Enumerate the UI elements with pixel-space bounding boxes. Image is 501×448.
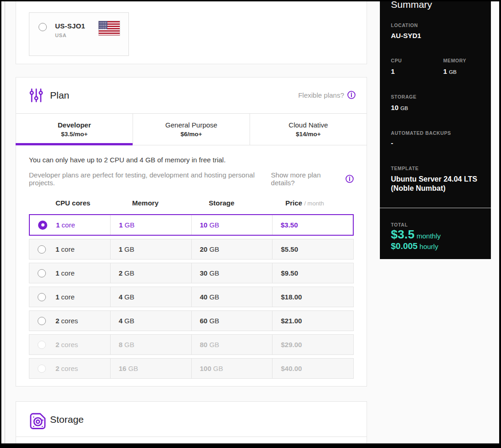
show-more-details-link[interactable]: Show more plan details?: [271, 171, 342, 187]
plan-header: Plan Flexible plans?: [16, 77, 367, 113]
summary-total-hourly: $0.005 hourly: [391, 241, 438, 251]
plan-row-disabled: 2cores 16GB 100GB $40.00: [29, 358, 354, 379]
header-memory: Memory: [124, 199, 200, 207]
summary-memory-value: 1 GB: [443, 67, 456, 75]
location-option-us-sjo1[interactable]: US-SJO1 USA: [29, 12, 129, 56]
header-cpu-cores: CPU cores: [29, 199, 124, 207]
summary-cpu-value: 1: [391, 67, 395, 75]
summary-total-label: TOTAL: [391, 222, 408, 227]
plan-card: Plan Flexible plans? Developer $3.5: [16, 77, 367, 387]
radio-button-disabled: [38, 341, 46, 349]
summary-title: Summary: [391, 1, 432, 10]
location-country: USA: [55, 33, 67, 38]
location-card: US-SJO1 USA: [16, 1, 367, 64]
tab-developer[interactable]: Developer $3.5/mo+: [16, 114, 133, 145]
summary-backups-value: -: [391, 139, 393, 147]
radio-button[interactable]: [38, 269, 46, 277]
window-frame: US-SJO1 USA Plan Flexible plans?: [0, 0, 501, 448]
radio-button-selected[interactable]: [38, 221, 47, 230]
header-price: Price / month: [277, 199, 354, 207]
flexible-plans-link[interactable]: Flexible plans?: [298, 91, 356, 99]
summary-location-value: AU-SYD1: [391, 32, 421, 39]
plan-row[interactable]: 2cores 4GB 60GB $21.00: [29, 310, 354, 331]
radio-button[interactable]: [38, 245, 46, 254]
summary-divider: [380, 208, 491, 208]
hard-drive-icon: [29, 412, 47, 431]
plan-description: Developer plans are perfect for testing,…: [29, 171, 354, 187]
radio-button-disabled: [38, 365, 46, 373]
plan-row[interactable]: 1core 1GB 10GB $3.50: [29, 214, 354, 236]
summary-storage-label: STORAGE: [391, 94, 417, 100]
info-icon[interactable]: [345, 175, 354, 183]
plan-title: Plan: [50, 90, 69, 101]
tab-general-purpose[interactable]: General Purpose $6/mo+: [133, 114, 250, 145]
summary-cpu-label: CPU: [391, 58, 402, 63]
trial-notice: You can only have up to 2 CPU and 4 GB o…: [29, 156, 354, 164]
summary-memory-label: MEMORY: [443, 58, 466, 63]
storage-title: Storage: [50, 414, 84, 425]
us-flag-icon: [98, 21, 120, 36]
radio-button[interactable]: [38, 293, 46, 301]
storage-card: Storage: [16, 401, 367, 444]
plan-table-header: CPU cores Memory Storage Price / month: [29, 199, 354, 207]
location-name: US-SJO1: [55, 22, 85, 30]
summary-location-label: LOCATION: [391, 22, 418, 28]
storage-header: Storage: [16, 402, 367, 437]
summary-backups-label: AUTOMATED BACKUPS: [391, 130, 451, 136]
summary-panel: Summary LOCATION AU-SYD1 CPU 1 MEMORY 1 …: [380, 1, 491, 259]
summary-template-value: Ubuntu Server 24.04 LTS (Noble Numbat): [391, 175, 481, 193]
tab-cloud-native[interactable]: Cloud Native $14/mo+: [250, 114, 367, 145]
main-content: US-SJO1 USA Plan Flexible plans?: [16, 1, 367, 444]
radio-button[interactable]: [38, 317, 46, 325]
location-radio-button[interactable]: [39, 23, 47, 31]
left-gutter: [1, 1, 5, 443]
storage-divider: [16, 437, 367, 437]
plan-tabs: Developer $3.5/mo+ General Purpose $6/mo…: [16, 113, 367, 145]
plan-row-disabled: 2cores 8GB 80GB $29.00: [29, 334, 354, 355]
plan-row[interactable]: 1core 1GB 20GB $5.50: [29, 239, 354, 260]
plan-body: You can only have up to 2 CPU and 4 GB o…: [16, 156, 367, 379]
summary-storage-value: 10 GB: [391, 104, 408, 111]
plan-row[interactable]: 1core 2GB 30GB $9.50: [29, 263, 354, 283]
plan-row[interactable]: 1core 4GB 40GB $18.00: [29, 287, 354, 307]
header-storage: Storage: [200, 199, 277, 207]
sliders-icon: [29, 88, 44, 103]
summary-total-monthly: $3.5 monthly: [391, 227, 441, 242]
info-icon[interactable]: [347, 91, 356, 99]
plan-table: CPU cores Memory Storage Price / month 1…: [29, 199, 354, 379]
summary-template-label: TEMPLATE: [391, 166, 419, 171]
